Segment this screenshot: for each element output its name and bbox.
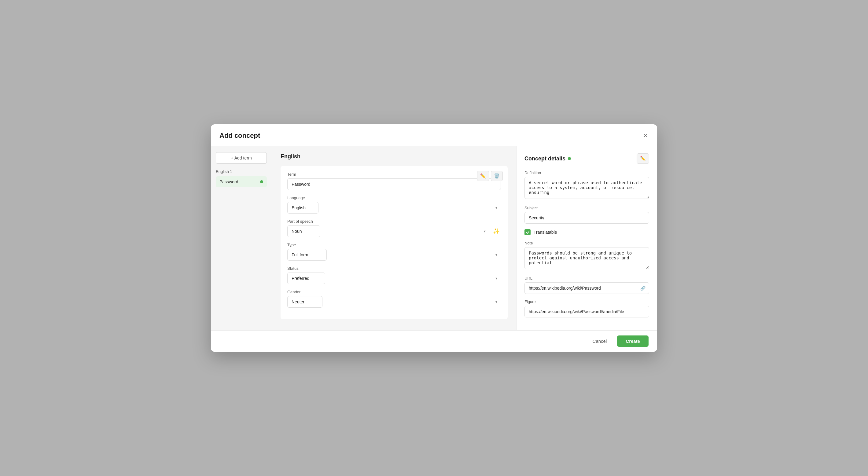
- close-button[interactable]: ×: [642, 131, 649, 140]
- term-input[interactable]: [287, 179, 501, 190]
- pos-select-arrow: ▾: [484, 229, 486, 233]
- status-select[interactable]: Preferred Admitted Deprecated: [287, 273, 325, 284]
- url-group: URL 🔗: [524, 276, 649, 294]
- pos-select-wrap: Noun Verb Adjective Adverb ▾ ✨: [287, 225, 501, 237]
- gender-label: Gender: [287, 290, 501, 294]
- url-wrap: 🔗: [524, 282, 649, 294]
- concept-details-header: Concept details ✏️: [524, 153, 649, 164]
- status-select-arrow: ▾: [495, 276, 497, 281]
- type-select[interactable]: Full form Abbreviation Acronym: [287, 249, 327, 261]
- note-label: Note: [524, 241, 649, 245]
- modal-header: Add concept ×: [211, 124, 657, 146]
- pos-select-container: Noun Verb Adjective Adverb ▾: [287, 225, 489, 237]
- right-panel: Concept details ✏️ Definition Subject: [517, 146, 657, 330]
- form-section-title: English: [281, 153, 508, 160]
- pos-select[interactable]: Noun Verb Adjective Adverb: [287, 225, 320, 237]
- concept-status-dot: [568, 157, 571, 160]
- figure-label: Figure: [524, 299, 649, 304]
- term-label: Term: [287, 172, 501, 177]
- definition-group: Definition: [524, 170, 649, 200]
- language-select[interactable]: English French German Spanish: [287, 202, 318, 214]
- translatable-row: Translatable: [524, 229, 649, 235]
- subject-label: Subject: [524, 205, 649, 210]
- term-item-label: Password: [219, 179, 238, 184]
- concept-edit-button[interactable]: ✏️: [637, 153, 649, 164]
- pos-magic-button[interactable]: ✨: [492, 227, 501, 236]
- language-label: Language: [287, 195, 501, 200]
- translatable-label: Translatable: [534, 230, 557, 235]
- pos-label: Part of speech: [287, 219, 501, 224]
- type-select-arrow: ▾: [495, 253, 497, 257]
- figure-input[interactable]: [524, 306, 649, 317]
- delete-term-button[interactable]: 🗑️: [491, 171, 503, 181]
- edit-term-button[interactable]: ✏️: [477, 171, 489, 181]
- subject-group: Subject: [524, 205, 649, 224]
- main-form-panel: English ✏️ 🗑️ Term Language English: [272, 146, 517, 330]
- concept-details-label: Concept details: [524, 156, 565, 162]
- term-status-dot: [260, 180, 263, 183]
- card-actions: ✏️ 🗑️: [477, 171, 503, 181]
- note-textarea[interactable]: [524, 247, 649, 269]
- subject-input[interactable]: [524, 212, 649, 224]
- figure-group: Figure: [524, 299, 649, 317]
- modal-title: Add concept: [219, 132, 260, 139]
- type-label: Type: [287, 243, 501, 247]
- type-group: Type Full form Abbreviation Acronym ▾: [287, 243, 501, 261]
- term-list-item[interactable]: Password: [216, 176, 267, 187]
- modal-body: + Add term English 1 Password English ✏️…: [211, 146, 657, 330]
- status-label: Status: [287, 266, 501, 271]
- definition-label: Definition: [524, 170, 649, 175]
- cancel-button[interactable]: Cancel: [586, 336, 614, 347]
- definition-textarea[interactable]: [524, 177, 649, 199]
- gender-select[interactable]: Neuter Masculine Feminine: [287, 296, 322, 308]
- pos-group: Part of speech Noun Verb Adjective Adver…: [287, 219, 501, 237]
- concept-details-title: Concept details: [524, 156, 571, 162]
- modal-footer: Cancel Create: [211, 330, 657, 352]
- status-group: Status Preferred Admitted Deprecated ▾: [287, 266, 501, 284]
- lang-section-label: English 1: [216, 169, 267, 174]
- note-group: Note: [524, 241, 649, 271]
- add-term-button[interactable]: + Add term: [216, 152, 267, 164]
- language-select-arrow: ▾: [495, 205, 497, 210]
- create-button[interactable]: Create: [617, 336, 649, 347]
- gender-select-arrow: ▾: [495, 300, 497, 304]
- gender-group: Gender Neuter Masculine Feminine ▾: [287, 290, 501, 308]
- url-label: URL: [524, 276, 649, 281]
- checkmark-icon: [526, 230, 530, 234]
- translatable-checkbox[interactable]: [524, 229, 531, 235]
- add-concept-modal: Add concept × + Add term English 1 Passw…: [211, 124, 657, 352]
- url-input[interactable]: [524, 282, 649, 294]
- language-group: Language English French German Spanish ▾: [287, 195, 501, 214]
- sidebar: + Add term English 1 Password: [211, 146, 272, 330]
- term-group: Term: [287, 172, 501, 190]
- form-card: ✏️ 🗑️ Term Language English French G: [281, 166, 508, 319]
- link-icon: 🔗: [640, 286, 646, 290]
